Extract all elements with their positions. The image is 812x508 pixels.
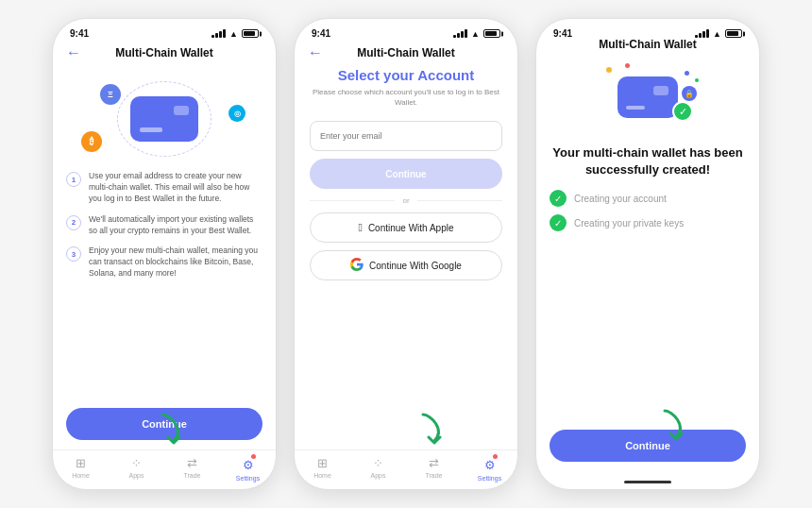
- back-button-2[interactable]: ←: [308, 44, 323, 61]
- tab-label-home-2: Home: [313, 472, 331, 479]
- continue-button-2[interactable]: Continue: [310, 159, 502, 189]
- check-circle-keys: ✓: [550, 214, 567, 231]
- nav-bar-1: ← Multi-Chain Wallet: [53, 41, 276, 67]
- settings-icon-2: ⚙: [484, 458, 496, 472]
- confetti-3: [685, 71, 689, 76]
- wifi-icon-2: ▲: [471, 29, 480, 39]
- status-icons-1: ▲: [211, 29, 259, 39]
- wifi-icon-3: ▲: [713, 29, 721, 39]
- email-input[interactable]: [310, 121, 502, 151]
- creation-steps: ✓ Creating your account ✓ Creating your …: [550, 190, 746, 231]
- or-line-left: [310, 200, 395, 201]
- or-line-right: [417, 200, 502, 201]
- tab-settings-1[interactable]: ⚙ Settings: [220, 456, 276, 482]
- trade-icon-1: ⇄: [187, 456, 197, 470]
- apps-icon-1: ⁘: [131, 456, 142, 470]
- nav-title-2: Multi-Chain Wallet: [357, 46, 455, 59]
- nav-title-1: Multi-Chain Wallet: [115, 46, 213, 59]
- settings-dot-1: ⚙: [243, 456, 254, 473]
- continue-btn-wrapper-3: Continue: [536, 422, 759, 481]
- check-circle-account: ✓: [550, 190, 567, 207]
- tab-label-settings-1: Settings: [236, 475, 260, 482]
- settings-dot-2: ⚙: [484, 456, 496, 473]
- google-icon: [350, 258, 364, 273]
- check-icon-keys: ✓: [554, 218, 562, 229]
- phone2-content: Select your Account Please choose which …: [295, 67, 517, 449]
- step-label-account: Creating your account: [574, 194, 667, 204]
- step-item-3: 3 Enjoy your new multi-chain wallet, mea…: [66, 246, 262, 279]
- arrow-3: [657, 403, 695, 441]
- continue-button-3[interactable]: Continue: [550, 430, 746, 462]
- creation-step-keys: ✓ Creating your private keys: [550, 214, 746, 231]
- phone3-content: ✓ 🔒 Your multi-chain wallet has been suc…: [536, 50, 759, 422]
- home-icon-1: ⊞: [76, 456, 86, 470]
- apple-signin-button[interactable]:  Continue With Apple: [310, 212, 502, 243]
- step-item-2: 2 We'll automatically import your existi…: [66, 214, 262, 237]
- phone-3: 9:41 ▲ Multi-Chain Wallet: [535, 18, 760, 490]
- battery-icon-1: [242, 29, 259, 38]
- step-item-1: 1 Use your email address to create your …: [66, 171, 262, 205]
- google-signin-button[interactable]: Continue With Google: [310, 250, 502, 280]
- tab-label-home-1: Home: [72, 472, 90, 479]
- status-icons-2: ▲: [453, 29, 500, 39]
- tab-settings-2[interactable]: ⚙ Settings: [462, 456, 517, 482]
- nav-bar-2: ← Multi-Chain Wallet: [295, 41, 517, 67]
- wallet-card-1: [130, 96, 198, 142]
- arrow-1: [155, 407, 193, 445]
- step-num-3: 3: [66, 246, 81, 262]
- creation-step-account: ✓ Creating your account: [550, 190, 746, 207]
- wallet-illustration-1: Ξ ₿ ◎: [53, 67, 276, 171]
- tab-label-apps-1: Apps: [129, 472, 144, 479]
- success-wallet-card: [617, 76, 678, 118]
- settings-icon-1: ⚙: [243, 458, 254, 472]
- tab-trade-2[interactable]: ⇄ Trade: [406, 456, 462, 482]
- status-time-2: 9:41: [312, 28, 330, 39]
- trade-icon-2: ⇄: [429, 456, 439, 470]
- tab-home-2[interactable]: ⊞ Home: [295, 456, 350, 482]
- signal-icon-1: [211, 29, 226, 38]
- confetti-4: [695, 78, 699, 82]
- battery-icon-3: [725, 29, 742, 38]
- coin-btc: ₿: [81, 131, 102, 152]
- status-time-3: 9:41: [553, 28, 572, 39]
- tab-bar-2: ⊞ Home ⁘ Apps ⇄ Trade ⚙ Settings: [295, 449, 517, 489]
- back-button-1[interactable]: ←: [66, 44, 81, 61]
- nav-bar-3: Multi-Chain Wallet: [536, 41, 759, 50]
- tab-trade-1[interactable]: ⇄ Trade: [164, 456, 220, 482]
- step-num-2: 2: [66, 215, 81, 230]
- home-indicator-3: [536, 481, 759, 489]
- check-icon-account: ✓: [554, 194, 562, 204]
- phone-1: 9:41 ▲ ← Multi-Chain Wallet: [52, 18, 277, 490]
- tab-home-1[interactable]: ⊞ Home: [53, 456, 109, 482]
- select-plain-text: Select your: [338, 67, 417, 83]
- settings-badge-1: [251, 454, 256, 459]
- tab-apps-1[interactable]: ⁘ Apps: [109, 456, 164, 482]
- step-label-keys: Creating your private keys: [574, 218, 684, 229]
- tab-apps-2[interactable]: ⁘ Apps: [350, 456, 406, 482]
- wifi-icon-1: ▲: [229, 29, 238, 39]
- settings-badge-2: [493, 454, 498, 459]
- coin-eth: Ξ: [100, 84, 121, 105]
- success-illustration: ✓ 🔒: [550, 50, 746, 144]
- step-text-3: Enjoy your new multi-chain wallet, meani…: [89, 246, 262, 279]
- coin-other: ◎: [228, 105, 245, 122]
- nav-title-3: Multi-Chain Wallet: [599, 38, 697, 51]
- arrow-2: [415, 407, 453, 445]
- tab-label-apps-2: Apps: [371, 472, 386, 479]
- select-subtitle: Please choose which account you'll use t…: [310, 87, 502, 108]
- success-title: Your multi-chain wallet has been success…: [550, 144, 746, 178]
- step-num-1: 1: [66, 172, 81, 187]
- apps-icon-2: ⁘: [373, 456, 383, 470]
- signal-icon-3: [695, 29, 709, 38]
- phone-3-frame: 9:41 ▲ Multi-Chain Wallet: [535, 18, 760, 490]
- tab-bar-1: ⊞ Home ⁘ Apps ⇄ Trade ⚙ Settings: [53, 449, 276, 489]
- steps-list: 1 Use your email address to create your …: [66, 171, 262, 400]
- signal-icon-2: [453, 29, 467, 38]
- home-icon-2: ⊞: [317, 456, 328, 470]
- apple-button-label: Continue With Apple: [368, 223, 454, 233]
- google-button-label: Continue With Google: [369, 261, 462, 271]
- tab-label-trade-2: Trade: [425, 472, 442, 479]
- or-text: or: [402, 196, 409, 205]
- status-bar-2: 9:41 ▲: [295, 19, 517, 41]
- home-bar-3: [624, 481, 671, 483]
